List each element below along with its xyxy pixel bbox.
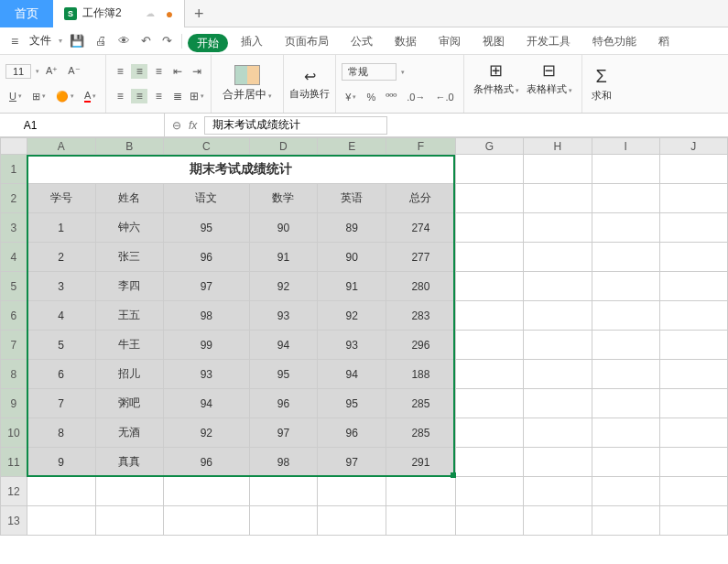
- border-icon[interactable]: ⊞▾: [28, 89, 49, 104]
- cell[interactable]: [455, 360, 524, 389]
- data-cell[interactable]: 93: [318, 331, 386, 360]
- column-header[interactable]: J: [659, 138, 727, 155]
- cell[interactable]: [27, 477, 95, 506]
- align-middle-icon[interactable]: ≡: [131, 64, 147, 79]
- header-cell[interactable]: 学号: [27, 184, 95, 213]
- cell[interactable]: [659, 506, 727, 536]
- align-bottom-icon[interactable]: ≡: [150, 64, 167, 79]
- data-cell[interactable]: 钟六: [95, 213, 164, 243]
- row-header[interactable]: 3: [1, 213, 27, 243]
- cell[interactable]: [524, 477, 592, 506]
- cell[interactable]: [455, 301, 524, 331]
- cell[interactable]: [455, 243, 524, 272]
- save-icon[interactable]: 💾: [66, 34, 88, 48]
- cell[interactable]: [592, 331, 659, 360]
- data-cell[interactable]: 90: [318, 243, 386, 272]
- sum-button[interactable]: Σ 求和: [588, 64, 615, 104]
- fx-icon[interactable]: fx: [189, 119, 197, 132]
- table-style-button[interactable]: ⊟ 表格样式▾: [523, 59, 576, 109]
- ribbon-tab-data[interactable]: 数据: [386, 27, 426, 55]
- data-cell[interactable]: 5: [27, 331, 95, 360]
- row-header[interactable]: 10: [1, 418, 27, 448]
- header-cell[interactable]: 语文: [164, 184, 249, 213]
- align-right-icon[interactable]: ≡: [150, 89, 167, 103]
- underline-icon[interactable]: U▾: [5, 89, 26, 103]
- data-cell[interactable]: 97: [249, 418, 318, 448]
- column-header[interactable]: G: [455, 138, 524, 155]
- cell[interactable]: [592, 360, 659, 389]
- row-header[interactable]: 5: [1, 272, 27, 301]
- add-tab-button[interactable]: +: [185, 0, 212, 27]
- data-cell[interactable]: 277: [386, 243, 455, 272]
- document-tab[interactable]: S 工作簿2 ☁ ●: [53, 0, 185, 27]
- data-cell[interactable]: 7: [27, 389, 95, 418]
- ribbon-tab-more[interactable]: 稻: [649, 27, 679, 55]
- data-cell[interactable]: 招儿: [95, 360, 164, 389]
- data-cell[interactable]: 8: [27, 418, 95, 448]
- data-cell[interactable]: 291: [386, 448, 455, 477]
- data-cell[interactable]: 95: [164, 213, 249, 243]
- print-icon[interactable]: 🖨: [92, 34, 111, 48]
- cell[interactable]: [524, 448, 592, 477]
- cell[interactable]: [318, 506, 386, 536]
- row-header[interactable]: 2: [1, 184, 27, 213]
- cell[interactable]: [95, 506, 164, 536]
- comma-icon[interactable]: ººº: [382, 90, 400, 104]
- align-left-icon[interactable]: ≡: [112, 89, 128, 103]
- data-cell[interactable]: 无酒: [95, 418, 164, 448]
- data-cell[interactable]: 285: [386, 418, 455, 448]
- header-cell[interactable]: 英语: [318, 184, 386, 213]
- spreadsheet-grid[interactable]: ABCDEFGHIJ1期末考试成绩统计2学号姓名语文数学英语总分31钟六9590…: [0, 137, 728, 564]
- cell[interactable]: [592, 301, 659, 331]
- data-cell[interactable]: 92: [249, 272, 318, 301]
- cell[interactable]: [592, 418, 659, 448]
- data-cell[interactable]: 96: [249, 389, 318, 418]
- cell[interactable]: [524, 506, 592, 536]
- data-cell[interactable]: 98: [249, 448, 318, 477]
- row-header[interactable]: 13: [1, 506, 27, 536]
- ribbon-tab-dev[interactable]: 开发工具: [517, 27, 580, 55]
- data-cell[interactable]: 95: [318, 389, 386, 418]
- cell[interactable]: [524, 213, 592, 243]
- column-header[interactable]: B: [95, 138, 164, 155]
- header-cell[interactable]: 总分: [386, 184, 455, 213]
- data-cell[interactable]: 89: [318, 213, 386, 243]
- data-cell[interactable]: 91: [318, 272, 386, 301]
- undo-icon[interactable]: ↶: [137, 34, 155, 48]
- data-cell[interactable]: 92: [318, 301, 386, 331]
- cell[interactable]: [524, 389, 592, 418]
- data-cell[interactable]: 4: [27, 301, 95, 331]
- data-cell[interactable]: 6: [27, 360, 95, 389]
- cell[interactable]: [592, 243, 659, 272]
- cell[interactable]: [592, 272, 659, 301]
- title-cell[interactable]: 期末考试成绩统计: [27, 155, 455, 184]
- cell[interactable]: [659, 331, 727, 360]
- ribbon-tab-review[interactable]: 审阅: [429, 27, 470, 55]
- data-cell[interactable]: 1: [27, 213, 95, 243]
- cell[interactable]: [455, 331, 524, 360]
- merge-center-button[interactable]: 合并居中▾: [217, 61, 277, 106]
- ribbon-tab-insert[interactable]: 插入: [232, 27, 272, 55]
- data-cell[interactable]: 2: [27, 243, 95, 272]
- redo-icon[interactable]: ↷: [158, 34, 176, 48]
- data-cell[interactable]: 283: [386, 301, 455, 331]
- cell[interactable]: [386, 477, 455, 506]
- data-cell[interactable]: 粥吧: [95, 389, 164, 418]
- data-cell[interactable]: 95: [249, 360, 318, 389]
- font-color-icon[interactable]: A▾: [81, 88, 100, 104]
- increase-font-icon[interactable]: A⁺: [42, 63, 61, 79]
- conditional-format-button[interactable]: ⊞ 条件格式▾: [470, 59, 523, 109]
- data-cell[interactable]: 张三: [95, 243, 164, 272]
- cell[interactable]: [524, 331, 592, 360]
- row-header[interactable]: 9: [1, 389, 27, 418]
- cell[interactable]: [318, 477, 386, 506]
- cell[interactable]: [524, 184, 592, 213]
- header-cell[interactable]: 数学: [249, 184, 318, 213]
- data-cell[interactable]: 94: [164, 389, 249, 418]
- data-cell[interactable]: 93: [249, 301, 318, 331]
- column-header[interactable]: E: [318, 138, 386, 155]
- cell[interactable]: [659, 360, 727, 389]
- cell[interactable]: [659, 272, 727, 301]
- row-header[interactable]: 1: [1, 155, 27, 184]
- data-cell[interactable]: 90: [249, 213, 318, 243]
